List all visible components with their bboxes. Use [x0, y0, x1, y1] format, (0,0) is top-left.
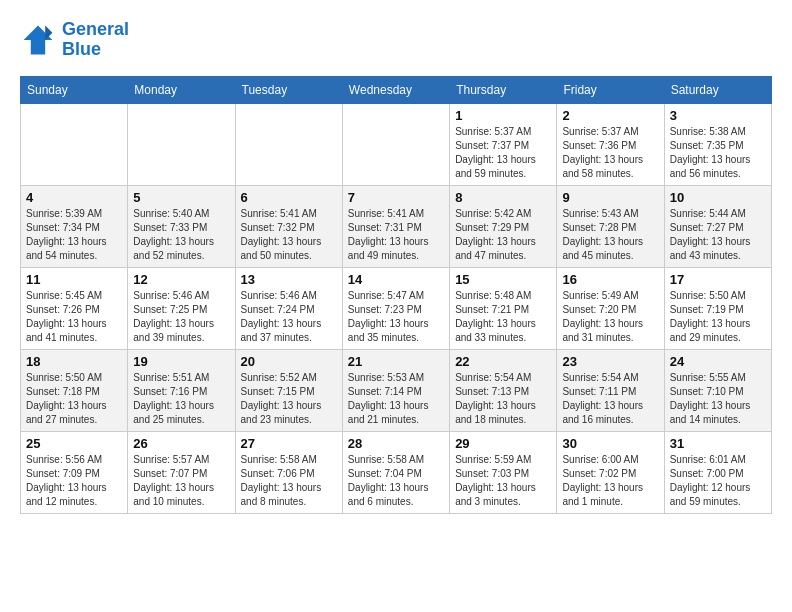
- weekday-header: Saturday: [664, 76, 771, 103]
- day-number: 25: [26, 436, 122, 451]
- day-number: 7: [348, 190, 444, 205]
- weekday-header: Tuesday: [235, 76, 342, 103]
- day-number: 29: [455, 436, 551, 451]
- calendar-cell: 3Sunrise: 5:38 AM Sunset: 7:35 PM Daylig…: [664, 103, 771, 185]
- day-number: 19: [133, 354, 229, 369]
- calendar-cell: 14Sunrise: 5:47 AM Sunset: 7:23 PM Dayli…: [342, 267, 449, 349]
- day-info: Sunrise: 5:41 AM Sunset: 7:32 PM Dayligh…: [241, 207, 337, 263]
- day-info: Sunrise: 5:53 AM Sunset: 7:14 PM Dayligh…: [348, 371, 444, 427]
- calendar-cell: 20Sunrise: 5:52 AM Sunset: 7:15 PM Dayli…: [235, 349, 342, 431]
- calendar-cell: [342, 103, 449, 185]
- day-number: 14: [348, 272, 444, 287]
- logo: General Blue: [20, 20, 129, 60]
- day-info: Sunrise: 5:55 AM Sunset: 7:10 PM Dayligh…: [670, 371, 766, 427]
- calendar-cell: 23Sunrise: 5:54 AM Sunset: 7:11 PM Dayli…: [557, 349, 664, 431]
- day-info: Sunrise: 5:47 AM Sunset: 7:23 PM Dayligh…: [348, 289, 444, 345]
- weekday-header: Friday: [557, 76, 664, 103]
- day-number: 23: [562, 354, 658, 369]
- day-number: 11: [26, 272, 122, 287]
- day-info: Sunrise: 5:46 AM Sunset: 7:24 PM Dayligh…: [241, 289, 337, 345]
- day-number: 12: [133, 272, 229, 287]
- weekday-header: Wednesday: [342, 76, 449, 103]
- day-info: Sunrise: 5:57 AM Sunset: 7:07 PM Dayligh…: [133, 453, 229, 509]
- logo-icon: [20, 22, 56, 58]
- calendar-cell: 4Sunrise: 5:39 AM Sunset: 7:34 PM Daylig…: [21, 185, 128, 267]
- day-number: 17: [670, 272, 766, 287]
- calendar-cell: 6Sunrise: 5:41 AM Sunset: 7:32 PM Daylig…: [235, 185, 342, 267]
- day-number: 1: [455, 108, 551, 123]
- day-info: Sunrise: 5:37 AM Sunset: 7:36 PM Dayligh…: [562, 125, 658, 181]
- day-number: 20: [241, 354, 337, 369]
- calendar-cell: 26Sunrise: 5:57 AM Sunset: 7:07 PM Dayli…: [128, 431, 235, 513]
- day-number: 8: [455, 190, 551, 205]
- calendar-cell: [128, 103, 235, 185]
- day-number: 9: [562, 190, 658, 205]
- day-number: 10: [670, 190, 766, 205]
- day-number: 16: [562, 272, 658, 287]
- calendar-cell: 10Sunrise: 5:44 AM Sunset: 7:27 PM Dayli…: [664, 185, 771, 267]
- day-info: Sunrise: 5:54 AM Sunset: 7:13 PM Dayligh…: [455, 371, 551, 427]
- logo-text: General Blue: [62, 20, 129, 60]
- page-header: General Blue: [20, 20, 772, 60]
- day-number: 24: [670, 354, 766, 369]
- day-info: Sunrise: 5:50 AM Sunset: 7:19 PM Dayligh…: [670, 289, 766, 345]
- day-number: 5: [133, 190, 229, 205]
- calendar-cell: 30Sunrise: 6:00 AM Sunset: 7:02 PM Dayli…: [557, 431, 664, 513]
- day-number: 4: [26, 190, 122, 205]
- day-info: Sunrise: 5:59 AM Sunset: 7:03 PM Dayligh…: [455, 453, 551, 509]
- calendar-cell: 2Sunrise: 5:37 AM Sunset: 7:36 PM Daylig…: [557, 103, 664, 185]
- calendar-cell: 7Sunrise: 5:41 AM Sunset: 7:31 PM Daylig…: [342, 185, 449, 267]
- day-info: Sunrise: 5:58 AM Sunset: 7:06 PM Dayligh…: [241, 453, 337, 509]
- calendar-cell: 17Sunrise: 5:50 AM Sunset: 7:19 PM Dayli…: [664, 267, 771, 349]
- day-number: 3: [670, 108, 766, 123]
- day-number: 2: [562, 108, 658, 123]
- day-info: Sunrise: 5:52 AM Sunset: 7:15 PM Dayligh…: [241, 371, 337, 427]
- calendar-cell: [21, 103, 128, 185]
- day-info: Sunrise: 6:00 AM Sunset: 7:02 PM Dayligh…: [562, 453, 658, 509]
- day-info: Sunrise: 5:40 AM Sunset: 7:33 PM Dayligh…: [133, 207, 229, 263]
- day-info: Sunrise: 5:44 AM Sunset: 7:27 PM Dayligh…: [670, 207, 766, 263]
- calendar-cell: 11Sunrise: 5:45 AM Sunset: 7:26 PM Dayli…: [21, 267, 128, 349]
- day-number: 27: [241, 436, 337, 451]
- calendar-cell: 8Sunrise: 5:42 AM Sunset: 7:29 PM Daylig…: [450, 185, 557, 267]
- calendar-cell: 18Sunrise: 5:50 AM Sunset: 7:18 PM Dayli…: [21, 349, 128, 431]
- calendar-cell: 9Sunrise: 5:43 AM Sunset: 7:28 PM Daylig…: [557, 185, 664, 267]
- day-info: Sunrise: 5:39 AM Sunset: 7:34 PM Dayligh…: [26, 207, 122, 263]
- calendar-cell: 27Sunrise: 5:58 AM Sunset: 7:06 PM Dayli…: [235, 431, 342, 513]
- day-info: Sunrise: 5:54 AM Sunset: 7:11 PM Dayligh…: [562, 371, 658, 427]
- weekday-header: Thursday: [450, 76, 557, 103]
- day-number: 21: [348, 354, 444, 369]
- day-number: 18: [26, 354, 122, 369]
- day-info: Sunrise: 5:37 AM Sunset: 7:37 PM Dayligh…: [455, 125, 551, 181]
- weekday-header: Sunday: [21, 76, 128, 103]
- day-info: Sunrise: 6:01 AM Sunset: 7:00 PM Dayligh…: [670, 453, 766, 509]
- day-number: 28: [348, 436, 444, 451]
- day-info: Sunrise: 5:56 AM Sunset: 7:09 PM Dayligh…: [26, 453, 122, 509]
- weekday-header: Monday: [128, 76, 235, 103]
- day-info: Sunrise: 5:41 AM Sunset: 7:31 PM Dayligh…: [348, 207, 444, 263]
- calendar-cell: [235, 103, 342, 185]
- day-info: Sunrise: 5:50 AM Sunset: 7:18 PM Dayligh…: [26, 371, 122, 427]
- day-number: 15: [455, 272, 551, 287]
- day-number: 13: [241, 272, 337, 287]
- day-info: Sunrise: 5:51 AM Sunset: 7:16 PM Dayligh…: [133, 371, 229, 427]
- calendar-cell: 12Sunrise: 5:46 AM Sunset: 7:25 PM Dayli…: [128, 267, 235, 349]
- calendar-cell: 25Sunrise: 5:56 AM Sunset: 7:09 PM Dayli…: [21, 431, 128, 513]
- calendar-cell: 1Sunrise: 5:37 AM Sunset: 7:37 PM Daylig…: [450, 103, 557, 185]
- calendar-cell: 31Sunrise: 6:01 AM Sunset: 7:00 PM Dayli…: [664, 431, 771, 513]
- calendar-cell: 22Sunrise: 5:54 AM Sunset: 7:13 PM Dayli…: [450, 349, 557, 431]
- calendar-cell: 19Sunrise: 5:51 AM Sunset: 7:16 PM Dayli…: [128, 349, 235, 431]
- day-number: 6: [241, 190, 337, 205]
- calendar-cell: 13Sunrise: 5:46 AM Sunset: 7:24 PM Dayli…: [235, 267, 342, 349]
- day-info: Sunrise: 5:58 AM Sunset: 7:04 PM Dayligh…: [348, 453, 444, 509]
- day-info: Sunrise: 5:49 AM Sunset: 7:20 PM Dayligh…: [562, 289, 658, 345]
- day-number: 22: [455, 354, 551, 369]
- day-info: Sunrise: 5:38 AM Sunset: 7:35 PM Dayligh…: [670, 125, 766, 181]
- day-info: Sunrise: 5:46 AM Sunset: 7:25 PM Dayligh…: [133, 289, 229, 345]
- day-info: Sunrise: 5:42 AM Sunset: 7:29 PM Dayligh…: [455, 207, 551, 263]
- calendar-table: SundayMondayTuesdayWednesdayThursdayFrid…: [20, 76, 772, 514]
- day-number: 30: [562, 436, 658, 451]
- calendar-cell: 29Sunrise: 5:59 AM Sunset: 7:03 PM Dayli…: [450, 431, 557, 513]
- calendar-cell: 15Sunrise: 5:48 AM Sunset: 7:21 PM Dayli…: [450, 267, 557, 349]
- calendar-cell: 28Sunrise: 5:58 AM Sunset: 7:04 PM Dayli…: [342, 431, 449, 513]
